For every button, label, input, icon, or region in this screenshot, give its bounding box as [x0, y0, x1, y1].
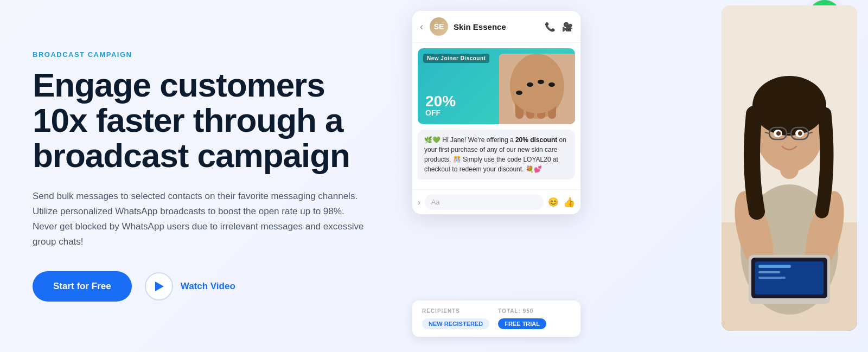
right-section: ‹ SE Skin Essence 📞 🎥 New Joiner Discoun…: [412, 0, 835, 352]
discount-text: 20% OFF: [425, 94, 456, 117]
total-label: TOTAL: 950: [498, 308, 546, 314]
watch-video-wrapper[interactable]: Watch Video: [145, 272, 235, 300]
cta-row: Start for Free Watch Video: [33, 271, 391, 302]
chat-header: ‹ SE Skin Essence 📞 🎥: [412, 11, 580, 43]
watch-video-label: Watch Video: [181, 281, 235, 292]
headline-line3: broadcast campaign: [33, 137, 350, 174]
play-triangle-icon: [155, 281, 164, 291]
chat-body: New Joiner Discount: [412, 43, 580, 189]
headline-line1: Engage customers: [33, 66, 325, 104]
total-col: TOTAL: 950 FREE TRIAL: [498, 308, 546, 329]
person-illustration: [722, 5, 857, 331]
hand-illustration: [499, 54, 575, 124]
emoji-icon[interactable]: 😊: [548, 197, 559, 207]
svg-rect-31: [758, 265, 791, 268]
svg-point-27: [798, 131, 802, 136]
contact-name: Skin Essence: [454, 22, 539, 31]
promo-label-text: New Joiner Discount: [423, 54, 489, 63]
message-bubble: 🌿💚 Hi Jane! We're offering a 20% discoun…: [418, 130, 575, 180]
svg-point-7: [516, 91, 522, 95]
recipients-col: RECIPIENTS NEW REGISTERED: [422, 308, 489, 329]
like-icon[interactable]: 👍: [563, 196, 575, 208]
broadcast-badge: BROADCAST CAMPAIGN: [33, 50, 391, 59]
recipients-bar: RECIPIENTS NEW REGISTERED TOTAL: 950 FRE…: [412, 300, 580, 337]
expand-icon[interactable]: ›: [418, 198, 420, 207]
svg-point-9: [538, 80, 544, 84]
svg-point-8: [527, 82, 533, 87]
recipients-label: RECIPIENTS: [422, 308, 489, 314]
page-wrapper: BROADCAST CAMPAIGN Engage customers 10x …: [0, 0, 868, 352]
svg-rect-33: [758, 277, 786, 279]
video-icon[interactable]: 🎥: [562, 22, 573, 32]
start-free-button[interactable]: Start for Free: [33, 271, 132, 302]
message-input[interactable]: Aa: [425, 194, 544, 210]
svg-point-10: [548, 82, 555, 87]
free-trial-tag[interactable]: FREE TRIAL: [498, 318, 546, 329]
play-button[interactable]: [145, 272, 173, 300]
svg-point-26: [776, 131, 781, 136]
description-text: Send bulk messages to selected contacts …: [33, 189, 369, 249]
person-photo: [722, 5, 857, 331]
promo-card: New Joiner Discount: [418, 48, 575, 124]
chat-action-icons: 📞 🎥: [545, 22, 573, 32]
back-icon[interactable]: ‹: [420, 21, 423, 33]
headline-line2: 10x faster through a: [33, 101, 343, 139]
svg-rect-32: [758, 271, 780, 273]
chat-input-row: › Aa 😊 👍: [412, 189, 580, 214]
left-section: BROADCAST CAMPAIGN Engage customers 10x …: [33, 50, 412, 301]
phone-icon[interactable]: 📞: [545, 22, 556, 32]
new-registered-tag[interactable]: NEW REGISTERED: [422, 318, 489, 329]
contact-avatar: SE: [430, 17, 448, 36]
chat-window: ‹ SE Skin Essence 📞 🎥 New Joiner Discoun…: [412, 11, 580, 214]
headline: Engage customers 10x faster through a br…: [33, 67, 391, 173]
svg-point-18: [752, 76, 826, 136]
